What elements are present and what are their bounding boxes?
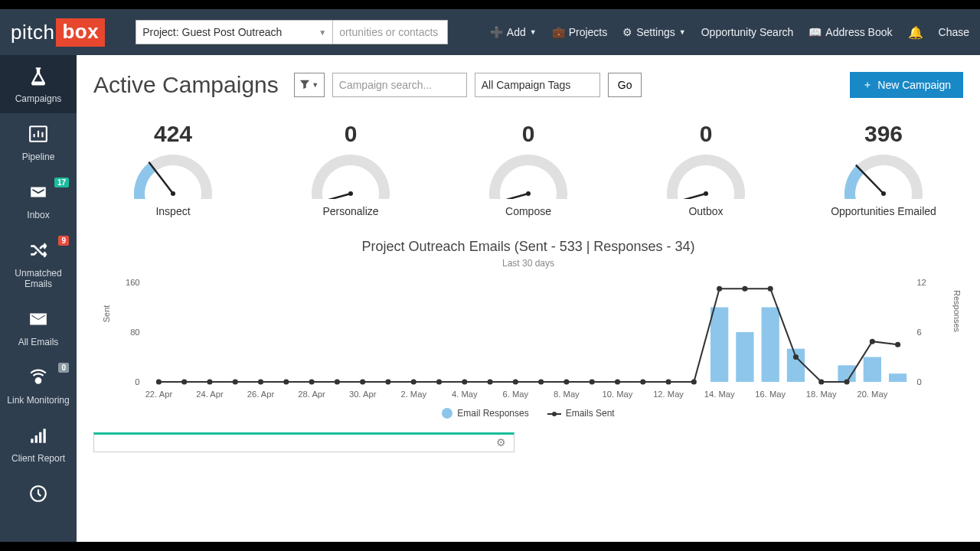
bar-chart-icon: [28, 124, 48, 147]
gauge-label: Inspect: [155, 205, 190, 217]
sidebar-label: Link Monitoring: [7, 395, 69, 406]
sidebar-item-link-monitoring[interactable]: 0 Link Monitoring: [0, 357, 77, 415]
gauge-label: Compose: [505, 205, 551, 217]
svg-point-57: [844, 380, 849, 385]
dashboard-icon: [28, 484, 48, 507]
svg-point-52: [717, 286, 722, 292]
svg-text:24. Apr: 24. Apr: [196, 390, 224, 399]
sidebar-label: All Emails: [18, 337, 59, 347]
gauge-value: 0: [700, 121, 713, 147]
sidebar-item-pipeline[interactable]: Pipeline: [0, 113, 77, 171]
legend-sent[interactable]: Emails Sent: [547, 408, 615, 419]
gear-icon: ⚙: [622, 26, 632, 38]
sidebar-item-campaigns[interactable]: Campaigns: [0, 55, 77, 113]
svg-text:30. Apr: 30. Apr: [349, 390, 377, 399]
project-select[interactable]: Project: Guest Post Outreach ▼: [136, 20, 333, 44]
svg-point-44: [513, 380, 518, 385]
sidebar-item-dashboard[interactable]: [0, 473, 77, 520]
svg-rect-28: [864, 357, 881, 383]
svg-point-31: [181, 380, 187, 385]
svg-point-37: [335, 380, 340, 385]
chart-svg: 080160061222. Apr24. Apr26. Apr28. Apr30…: [115, 275, 942, 405]
svg-text:18. May: 18. May: [806, 390, 837, 399]
gauge-personalize[interactable]: 0 Personalize: [274, 121, 427, 217]
global-search-input[interactable]: [333, 20, 448, 44]
shuffle-icon: [28, 240, 48, 263]
svg-point-46: [564, 380, 569, 385]
svg-point-32: [207, 380, 212, 385]
svg-text:28. Apr: 28. Apr: [298, 390, 325, 399]
gauge-outbox[interactable]: 0 Outbox: [629, 121, 782, 217]
user-menu[interactable]: Chase: [939, 26, 969, 38]
svg-point-49: [640, 380, 645, 385]
svg-point-55: [793, 354, 799, 360]
svg-point-1: [36, 378, 41, 383]
svg-rect-29: [889, 373, 906, 382]
svg-text:80: 80: [130, 328, 139, 337]
gauges-row: 424 Inspect0 Personalize0 Compose0 Outbo…: [77, 103, 980, 223]
sidebar-item-all-emails[interactable]: All Emails: [0, 298, 77, 357]
gauge-compose[interactable]: 0 Compose: [452, 121, 605, 217]
gauge-value: 424: [154, 121, 192, 147]
logo[interactable]: pitch box: [11, 18, 105, 47]
flask-icon: [28, 66, 48, 89]
svg-point-8: [171, 191, 175, 196]
svg-text:10. May: 10. May: [603, 390, 633, 399]
svg-text:6. May: 6. May: [503, 390, 529, 399]
chart-subtitle: Last 30 days: [100, 258, 957, 269]
svg-point-41: [436, 380, 442, 385]
projects-link[interactable]: 💼 Projects: [552, 26, 608, 38]
sidebar-label: Inbox: [27, 210, 49, 220]
sidebar-item-unmatched[interactable]: 9 Unmatched Emails: [0, 230, 77, 298]
svg-point-43: [488, 380, 493, 385]
project-select-label: Project: Guest Post Outreach: [142, 26, 282, 38]
right-axis-label: Responses: [952, 290, 962, 332]
gauge-inspect[interactable]: 424 Inspect: [96, 121, 250, 217]
sidebar-label: Unmatched Emails: [3, 268, 74, 289]
inbox-badge: 17: [54, 178, 69, 187]
campaign-search-input[interactable]: [332, 73, 467, 97]
svg-point-50: [665, 380, 671, 385]
chart-legend: Email Responses Emails Sent: [100, 408, 957, 419]
svg-point-56: [818, 380, 824, 385]
gauge-label: Outbox: [688, 205, 723, 217]
svg-text:4. May: 4. May: [452, 390, 478, 399]
svg-rect-4: [39, 432, 41, 443]
svg-text:160: 160: [126, 278, 140, 287]
svg-point-34: [258, 380, 263, 385]
svg-point-45: [538, 380, 544, 385]
tag-select[interactable]: All Campaign Tags: [475, 73, 600, 97]
svg-text:6: 6: [916, 328, 921, 337]
svg-text:0: 0: [135, 377, 139, 386]
gauge-opportunities-emailed[interactable]: 396 Opportunities Emailed: [807, 121, 960, 217]
campaign-card[interactable]: [93, 432, 514, 452]
notifications-icon[interactable]: 🔔: [908, 25, 923, 40]
filter-button[interactable]: ▼: [294, 73, 325, 97]
sidebar-item-inbox[interactable]: 17 Inbox: [0, 171, 77, 230]
svg-point-16: [881, 191, 886, 196]
chevron-down-icon: ▼: [679, 28, 686, 36]
svg-point-39: [385, 380, 390, 385]
page-title: Active Campaigns: [93, 72, 279, 98]
go-button[interactable]: Go: [608, 73, 642, 97]
settings-menu[interactable]: ⚙ Settings ▼: [622, 26, 686, 38]
sidebar-item-client-report[interactable]: Client Report: [0, 415, 77, 473]
svg-point-40: [411, 380, 416, 385]
gauge-label: Opportunities Emailed: [831, 205, 936, 217]
svg-rect-3: [35, 435, 38, 443]
add-menu[interactable]: ➕ Add ▼: [490, 26, 537, 38]
unmatched-badge: 9: [58, 236, 69, 246]
chart-section: Project Outreach Emails (Sent - 533 | Re…: [77, 223, 980, 419]
sidebar-label: Pipeline: [22, 152, 55, 162]
legend-responses[interactable]: Email Responses: [442, 408, 528, 419]
book-icon: 📖: [808, 26, 822, 38]
address-book-link[interactable]: 📖 Address Book: [808, 26, 892, 38]
logo-text-2: box: [56, 18, 105, 47]
svg-text:12: 12: [916, 278, 926, 287]
svg-text:20. May: 20. May: [857, 390, 887, 399]
inbox-icon: [28, 182, 48, 205]
svg-point-47: [590, 380, 595, 385]
opportunity-search-link[interactable]: Opportunity Search: [701, 26, 794, 38]
svg-text:22. Apr: 22. Apr: [145, 390, 173, 399]
new-campaign-button[interactable]: ＋ New Campaign: [850, 72, 963, 98]
